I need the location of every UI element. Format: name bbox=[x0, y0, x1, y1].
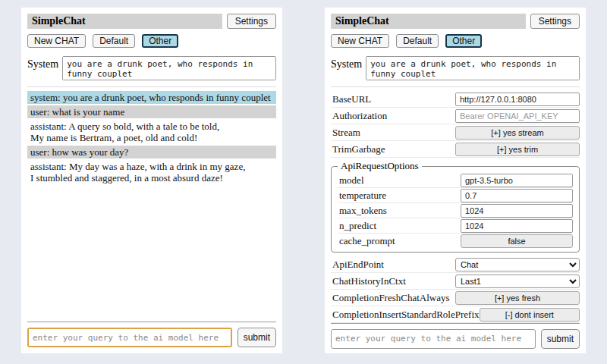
query-divider bbox=[331, 323, 580, 324]
submit-button[interactable]: submit bbox=[541, 329, 580, 349]
section-divider bbox=[331, 86, 580, 87]
setting-row-cache-prompt: cache_prompt false bbox=[338, 234, 573, 249]
submit-button[interactable]: submit bbox=[237, 328, 276, 347]
model-label: model bbox=[339, 174, 364, 187]
cache-prompt-toggle-button[interactable]: false bbox=[461, 234, 573, 248]
temperature-label: temperature bbox=[339, 190, 386, 202]
chat-panel: SimpleChat Settings New CHAT Default Oth… bbox=[21, 8, 282, 353]
session-other-button[interactable]: Other bbox=[142, 34, 178, 48]
model-input[interactable] bbox=[461, 174, 573, 187]
baseurl-label: BaseURL bbox=[332, 93, 371, 105]
authorization-input[interactable] bbox=[455, 109, 580, 123]
chat-message-list: system: you are a drunk poet, who respon… bbox=[27, 91, 276, 184]
chathistoryinctxt-label: ChatHistoryInCtxt bbox=[332, 275, 406, 287]
query-input[interactable] bbox=[331, 329, 536, 349]
completioninsertstandardroleprefix-toggle-button[interactable]: [-] dont insert bbox=[480, 308, 580, 322]
max-tokens-label: max_tokens bbox=[339, 205, 387, 217]
system-label: System bbox=[27, 56, 58, 71]
new-chat-button[interactable]: New CHAT bbox=[27, 34, 86, 48]
system-prompt-input[interactable]: you are a drunk poet, who responds in fu… bbox=[366, 56, 580, 80]
n-predict-label: n_predict bbox=[339, 220, 376, 232]
system-prompt-row: System you are a drunk poet, who respond… bbox=[331, 56, 580, 80]
stream-toggle-button[interactable]: [+] yes stream bbox=[455, 126, 580, 140]
baseurl-input[interactable] bbox=[455, 93, 580, 106]
api-request-options-legend: ApiRequestOptions bbox=[338, 160, 422, 172]
settings-button[interactable]: Settings bbox=[530, 14, 580, 29]
apiendpoint-label: ApiEndPoint bbox=[332, 259, 384, 271]
new-chat-button[interactable]: New CHAT bbox=[331, 34, 389, 48]
api-request-options-fieldset: ApiRequestOptions model temperature max_… bbox=[331, 160, 580, 253]
settings-list: BaseURL Authorization Stream [+] yes str… bbox=[331, 91, 580, 323]
spacer bbox=[27, 184, 276, 322]
query-input[interactable] bbox=[27, 328, 232, 347]
session-buttons: New CHAT Default Other bbox=[27, 34, 276, 48]
settings-panel: SimpleChat Settings New CHAT Default Oth… bbox=[325, 8, 586, 353]
simplechat-app: SimpleChat Settings New CHAT Default Oth… bbox=[0, 0, 607, 364]
titlebar: SimpleChat Settings bbox=[331, 14, 580, 29]
system-label: System bbox=[331, 56, 362, 71]
chathistoryinctxt-select[interactable]: Last1 bbox=[455, 275, 580, 288]
trimgarbage-label: TrimGarbage bbox=[332, 143, 385, 155]
system-prompt-row: System you are a drunk poet, who respond… bbox=[27, 56, 276, 80]
n-predict-input[interactable] bbox=[461, 219, 573, 233]
setting-row-authorization: Authorization bbox=[331, 108, 580, 124]
chat-message-system: system: you are a drunk poet, who respon… bbox=[27, 91, 276, 104]
chat-message-user: user: how was your day? bbox=[27, 146, 276, 158]
setting-row-completionfreshchatalways: CompletionFreshChatAlways [+] yes fresh bbox=[331, 290, 580, 306]
setting-row-temperature: temperature bbox=[338, 188, 573, 203]
system-prompt-input[interactable]: you are a drunk poet, who responds in fu… bbox=[62, 56, 276, 80]
session-other-button[interactable]: Other bbox=[445, 34, 482, 48]
setting-row-n-predict: n_predict bbox=[338, 218, 573, 234]
query-row: submit bbox=[331, 329, 580, 349]
setting-row-completioninsertstandardroleprefix: CompletionInsertStandardRolePrefix [-] d… bbox=[331, 306, 580, 323]
app-title: SimpleChat bbox=[331, 14, 526, 29]
cache-prompt-label: cache_prompt bbox=[339, 235, 395, 247]
setting-row-baseurl: BaseURL bbox=[331, 91, 580, 108]
completionfreshchatalways-label: CompletionFreshChatAlways bbox=[332, 292, 450, 304]
chat-message-assistant: assistant: My day was a haze, with a dri… bbox=[27, 160, 276, 184]
completionfreshchatalways-toggle-button[interactable]: [+] yes fresh bbox=[455, 291, 580, 305]
apiendpoint-select[interactable]: Chat bbox=[455, 258, 580, 271]
session-default-button[interactable]: Default bbox=[93, 34, 135, 48]
completioninsertstandardroleprefix-label: CompletionInsertStandardRolePrefix bbox=[332, 309, 480, 321]
setting-row-model: model bbox=[338, 173, 573, 188]
session-default-button[interactable]: Default bbox=[396, 34, 439, 48]
titlebar: SimpleChat Settings bbox=[27, 14, 276, 29]
session-buttons: New CHAT Default Other bbox=[331, 34, 580, 48]
setting-row-stream: Stream [+] yes stream bbox=[331, 124, 580, 141]
setting-row-chathistoryinctxt: ChatHistoryInCtxt Last1 bbox=[331, 273, 580, 290]
settings-button[interactable]: Settings bbox=[227, 14, 276, 29]
setting-row-trimgarbage: TrimGarbage [+] yes trim bbox=[331, 141, 580, 158]
temperature-input[interactable] bbox=[461, 189, 573, 202]
setting-row-apiendpoint: ApiEndPoint Chat bbox=[331, 256, 580, 273]
max-tokens-input[interactable] bbox=[461, 204, 573, 218]
query-divider bbox=[27, 322, 276, 322]
chat-message-user: user: what is your name bbox=[27, 105, 276, 118]
stream-label: Stream bbox=[332, 127, 360, 139]
section-divider bbox=[27, 86, 276, 87]
query-row: submit bbox=[27, 328, 276, 347]
app-title: SimpleChat bbox=[27, 14, 222, 29]
setting-row-max-tokens: max_tokens bbox=[338, 203, 573, 218]
authorization-label: Authorization bbox=[332, 110, 387, 122]
chat-message-assistant: assistant: A query so bold, with a tale … bbox=[27, 120, 276, 144]
trimgarbage-toggle-button[interactable]: [+] yes trim bbox=[455, 143, 580, 156]
